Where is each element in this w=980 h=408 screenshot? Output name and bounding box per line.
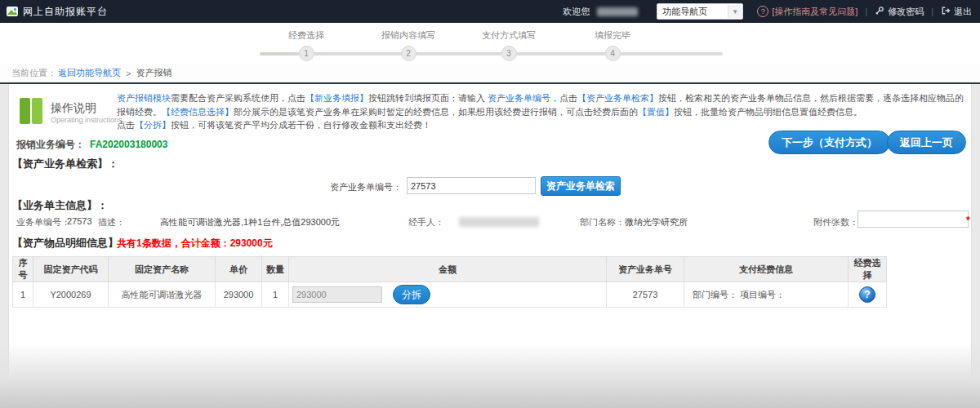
col-header-payment-info: 支付经费信息 — [684, 257, 849, 282]
reimbursement-number-row: 报销业务编号：FA202003180003 — [16, 138, 167, 152]
search-section-title: 【资产业务单检索】： — [12, 157, 118, 171]
progress-stepper: 经费选择 1 报销内容填写 2 支付方式填写 3 填报完毕 4 — [0, 23, 980, 64]
topbar-separator: | — [931, 7, 933, 16]
logout-link[interactable]: 退出 — [941, 6, 972, 18]
table-header-row: 序号 固定资产代码 固定资产名称 单价 数量 金额 资产业务单号 支付经费信息 … — [13, 257, 887, 282]
topbar-separator: | — [865, 7, 867, 16]
description-label: 描述： — [98, 216, 125, 228]
breadcrumb: 当前位置： 返回功能导航页 > 资产报销 — [0, 64, 980, 84]
top-header: 网上自助报账平台 欢迎您 功能导航页 ▼ ? [操作指南及常见问题] | 修改密… — [0, 0, 980, 23]
help-guide-label: [操作指南及常见问题] — [772, 6, 858, 18]
order-number-label: 业务单编号： — [16, 216, 70, 228]
asset-order-number-label: 资产业务单编号： — [310, 181, 402, 193]
step-label: 填报完毕 — [564, 29, 662, 42]
amount-input[interactable] — [292, 286, 382, 303]
col-header-fund-select: 经费选择 — [849, 257, 887, 282]
col-header-quantity: 数量 — [262, 257, 289, 282]
cell-asset-name: 高性能可调谐激光器 — [109, 282, 216, 308]
logout-label: 退出 — [954, 6, 972, 18]
user-name-redacted — [597, 7, 638, 16]
col-header-asset-code: 固定资产代码 — [33, 257, 109, 282]
instructions-text: 资产报销模块需要配合资产采购系统使用，点击【新业务填报】按钮跳转到填报页面；请输… — [117, 91, 968, 132]
instructions-subtitle: Operating instructions — [51, 116, 122, 124]
app-title: 网上自助报账平台 — [23, 5, 108, 19]
asset-order-number-input[interactable] — [407, 177, 536, 194]
cell-biz-order-no: 27573 — [607, 282, 684, 308]
step-4: 填报完毕 4 — [564, 23, 662, 61]
table-row: 1 Y2000269 高性能可调谐激光器 293000 1 分拆 27573 部… — [13, 282, 887, 308]
asset-detail-table: 序号 固定资产代码 固定资产名称 单价 数量 金额 资产业务单号 支付经费信息 … — [12, 256, 887, 308]
fund-select-help-icon[interactable]: ? — [859, 286, 875, 303]
step-1: 经费选择 1 — [257, 23, 355, 61]
col-header-asset-name: 固定资产名称 — [109, 257, 216, 282]
cell-seq: 1 — [13, 282, 33, 308]
breadcrumb-separator: > — [126, 69, 131, 78]
department-value: 微纳光学研究所 — [625, 216, 688, 228]
step-circle: 4 — [605, 46, 621, 61]
logout-icon — [941, 6, 951, 17]
chevron-down-icon[interactable]: ▼ — [728, 5, 742, 18]
bottom-fade — [0, 343, 980, 408]
cell-unit-price: 293000 — [216, 282, 262, 308]
change-password-link[interactable]: 修改密码 — [875, 6, 924, 18]
reimbursement-number-value: FA202003180003 — [90, 139, 167, 150]
brand: 网上自助报账平台 — [7, 5, 108, 19]
nav-select-value: 功能导航页 — [662, 6, 707, 18]
breadcrumb-page: 资产报销 — [136, 67, 172, 79]
reimbursement-number-label: 报销业务编号： — [16, 139, 85, 150]
next-step-button[interactable]: 下一步（支付方式） — [768, 131, 890, 154]
step-2: 报销内容填写 2 — [359, 23, 457, 61]
cell-payment-info: 部门编号： 项目编号： — [684, 282, 849, 308]
page: 网上自助报账平台 欢迎您 功能导航页 ▼ ? [操作指南及常见问题] | 修改密… — [0, 0, 980, 408]
col-header-amount: 金额 — [289, 257, 607, 282]
cell-amount: 分拆 — [289, 282, 607, 308]
step-label: 报销内容填写 — [359, 29, 457, 42]
handler-label: 经手人： — [408, 216, 444, 228]
app-logo-icon — [7, 6, 19, 18]
attachment-count-label: 附件张数： — [813, 216, 858, 228]
asset-order-search-button[interactable]: 资产业务单检索 — [541, 176, 621, 196]
attachment-count-input[interactable] — [858, 211, 969, 228]
help-guide-link[interactable]: ? [操作指南及常见问题] — [757, 6, 858, 18]
department-label: 部门名称： — [580, 216, 625, 228]
step-label: 支付方式填写 — [460, 29, 558, 42]
instructions-title: 操作说明 — [51, 101, 96, 116]
cell-fund-select: ? — [849, 282, 887, 308]
back-button[interactable]: 返回上一页 — [887, 131, 966, 154]
step-circle: 3 — [501, 46, 517, 61]
topbar-right: 欢迎您 功能导航页 ▼ ? [操作指南及常见问题] | 修改密码 | — [563, 3, 972, 20]
step-circle: 2 — [401, 46, 416, 61]
step-3: 支付方式填写 3 — [460, 23, 558, 61]
handler-value-redacted — [459, 217, 539, 227]
step-label: 经费选择 — [257, 29, 355, 42]
order-number-value: 27573 — [67, 216, 92, 226]
detail-section-title: 【资产物品明细信息】： — [12, 236, 129, 251]
col-header-biz-order-no: 资产业务单号 — [607, 257, 684, 282]
key-icon — [875, 6, 884, 17]
operating-instructions-icon — [18, 96, 44, 129]
back-to-nav-link[interactable]: 返回功能导航页 — [58, 67, 121, 79]
cell-asset-code: Y2000269 — [33, 282, 109, 308]
question-circle-icon: ? — [757, 6, 768, 17]
col-header-unit-price: 单价 — [216, 257, 262, 282]
main-info-section-title: 【业务单主信息】： — [12, 198, 108, 213]
description-value: 高性能可调谐激光器,1种1台件,总值293000元 — [160, 216, 340, 228]
step-circle: 1 — [299, 46, 314, 61]
cell-quantity: 1 — [262, 282, 289, 308]
change-password-label: 修改密码 — [888, 6, 924, 18]
detail-summary: 共有1条数据，合计金额：293000元 — [117, 237, 273, 251]
breadcrumb-current-label: 当前位置： — [11, 67, 56, 79]
split-button[interactable]: 分拆 — [393, 285, 430, 304]
required-mark: * — [966, 215, 970, 226]
welcome-label: 欢迎您 — [563, 6, 590, 18]
col-header-seq: 序号 — [13, 257, 33, 282]
nav-page-select[interactable]: 功能导航页 ▼ — [657, 3, 743, 20]
